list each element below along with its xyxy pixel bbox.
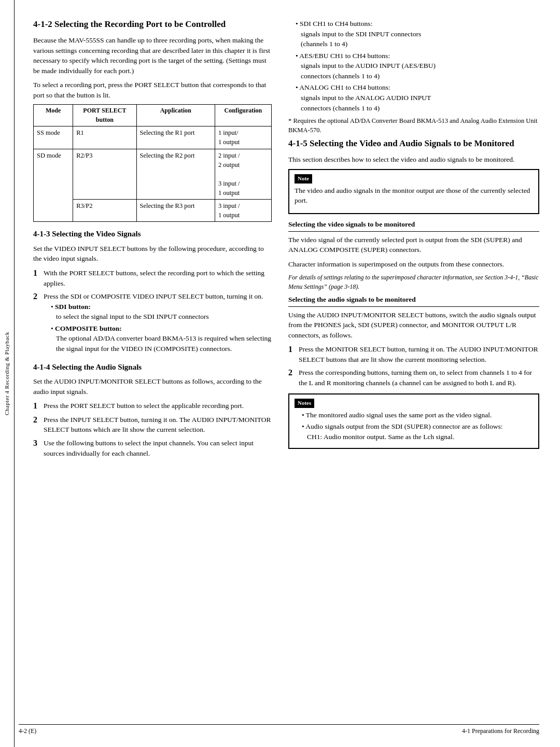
table-header-application: Application [136,105,215,126]
page-footer: 4-2 (E) 4-1 Preparations for Recording [19,724,539,736]
list-item: COMPOSITE button:The optional AD/DA conv… [51,323,272,354]
section-4-1-4-intro: Set the AUDIO INPUT/MONITOR SELECT butto… [33,376,272,397]
list-item: The monitored audio signal uses the same… [302,410,533,420]
left-column: 4-1-2 Selecting the Recording Port to be… [33,19,272,728]
step-number: 1 [288,344,296,364]
section-4-1-4-title: 4-1-4 Selecting the Audio Signals [33,362,272,373]
list-item: SDI button:to select the signal input to… [51,302,272,322]
section-4-1-4: 4-1-4 Selecting the Audio Signals Set th… [33,362,272,459]
section-4-1-4-right: SDI CH1 to CH4 buttons:signals input to … [288,19,539,135]
step-text: Use the following buttons to select the … [44,438,272,458]
table-cell-mode-1: SS mode [34,126,73,149]
asterisk-note: * Requires the optional AD/DA Converter … [288,116,539,135]
section-4-1-2: 4-1-2 Selecting the Recording Port to be… [33,19,272,222]
table-cell-app-2: Selecting the R2 port [136,149,215,200]
table-cell-port-1: R1 [73,126,136,149]
notes-label: Notes [295,399,314,408]
content-area: 4-1-2 Selecting the Recording Port to be… [15,0,560,747]
list-item: 1 With the PORT SELECT buttons, select t… [33,268,272,288]
note-label: Note [295,174,312,184]
notes-box: Notes The monitored audio signal uses th… [288,393,539,449]
table-header-mode: Mode [34,105,73,126]
list-item: 2 Press the corresponding buttons, turni… [288,368,539,388]
audio-signals-section: Selecting the audio signals to be monito… [288,294,539,449]
table-cell-config-3: 3 input /1 output [215,200,271,222]
step-text: Press the MONITOR SELECT button, turning… [299,344,539,364]
section-4-1-2-para1: Because the MAV-555SS can handle up to t… [33,35,272,76]
video-signals-para2: Character information is superimposed on… [288,259,539,270]
table-cell-app-3: Selecting the R3 port [136,200,215,222]
table-cell-config-1: 1 input/1 output [215,126,271,149]
step-text: Press the corresponding buttons, turning… [299,368,539,388]
side-tab-text: Chapter 4 Recording & Playback [3,332,11,415]
table-cell-app-1: Selecting the R1 port [136,126,215,149]
audio-signals-steps: 1 Press the MONITOR SELECT button, turni… [288,344,539,388]
audio-signals-title: Selecting the audio signals to be monito… [288,294,539,307]
step-text: Press the SDI or COMPOSITE VIDEO INPUT S… [44,292,263,300]
step-number: 2 [288,368,296,388]
step-bullets: SDI button:to select the signal input to… [44,302,272,354]
section-4-1-3-title: 4-1-3 Selecting the Video Signals [33,229,272,239]
step-number: 2 [33,415,40,435]
note-box: Note The video and audio signals in the … [288,169,539,214]
list-item: ANALOG CH1 to CH4 buttons:signals input … [296,82,539,113]
list-item: 2 Press the INPUT SELECT button, turning… [33,415,272,435]
section-4-1-2-para2: To select a recording port, press the PO… [33,80,272,100]
step-text: Press the INPUT SELECT button, turning i… [44,415,272,435]
table-cell-port-3: R3/P2 [73,200,136,222]
list-item: 2 Press the SDI or COMPOSITE VIDEO INPUT… [33,291,272,357]
step-number: 2 [33,291,40,357]
section-4-1-5: 4-1-5 Selecting the Video and Audio Sign… [288,138,539,214]
table-row: SD mode R2/P3 Selecting the R2 port 2 in… [34,149,272,200]
step-content: Press the SDI or COMPOSITE VIDEO INPUT S… [44,291,272,357]
step-number: 1 [33,268,40,288]
list-item: 1 Press the PORT SELECT button to select… [33,401,272,412]
list-item: AES/EBU CH1 to CH4 buttons:signals input… [296,51,539,81]
video-signals-para1: The video signal of the currently select… [288,235,539,255]
table-header-configuration: Configuration [215,105,271,126]
video-signals-title: Selecting the video signals to be monito… [288,219,539,232]
step-number: 1 [33,401,40,412]
section-4-1-5-intro: This section describes how to select the… [288,154,539,165]
section-4-1-5-title: 4-1-5 Selecting the Video and Audio Sign… [288,138,539,149]
section-4-1-4-steps: 1 Press the PORT SELECT button to select… [33,401,272,458]
table-cell-config-2: 2 input /2 output3 input /1 output [215,149,271,200]
table-cell-mode-2: SD mode [34,149,73,222]
step-text: Press the PORT SELECT button to select t… [44,401,244,412]
list-item: 1 Press the MONITOR SELECT button, turni… [288,344,539,364]
section-4-1-3: 4-1-3 Selecting the Video Signals Set th… [33,229,272,357]
side-tab: Chapter 4 Recording & Playback [0,0,15,747]
section-4-1-3-intro: Set the VIDEO INPUT SELECT buttons by th… [33,244,272,264]
notes-list: The monitored audio signal uses the same… [295,410,533,442]
step-number: 3 [33,438,40,458]
audio-signals-intro: Using the AUDIO INPUT/MONITOR SELECT but… [288,310,539,341]
audio-signal-bullets: SDI CH1 to CH4 buttons:signals input to … [288,19,539,113]
list-item: SDI CH1 to CH4 buttons:signals input to … [296,19,539,49]
video-signals-section: Selecting the video signals to be monito… [288,219,539,291]
section-4-1-2-title: 4-1-2 Selecting the Recording Port to be… [33,19,272,30]
video-signals-italic: For details of settings relating to the … [288,273,539,291]
note-text: The video and audio signals in the monit… [295,186,533,206]
page-container: Chapter 4 Recording & Playback 4-1-2 Sel… [0,0,560,747]
table-row: SS mode R1 Selecting the R1 port 1 input… [34,126,272,149]
list-item: 3 Use the following buttons to select th… [33,438,272,458]
table-cell-port-2: R2/P3 [73,149,136,200]
table-header-port-select: PORT SELECTbutton [73,105,136,126]
right-column: SDI CH1 to CH4 buttons:signals input to … [288,19,539,728]
footer-left: 4-2 (E) [19,727,36,736]
port-select-table: Mode PORT SELECTbutton Application Confi… [33,104,272,222]
section-4-1-3-steps: 1 With the PORT SELECT buttons, select t… [33,268,272,357]
footer-right: 4-1 Preparations for Recording [462,727,539,736]
step-text: With the PORT SELECT buttons, select the… [44,268,272,288]
list-item: Audio signals output from the SDI (SUPER… [302,421,533,442]
